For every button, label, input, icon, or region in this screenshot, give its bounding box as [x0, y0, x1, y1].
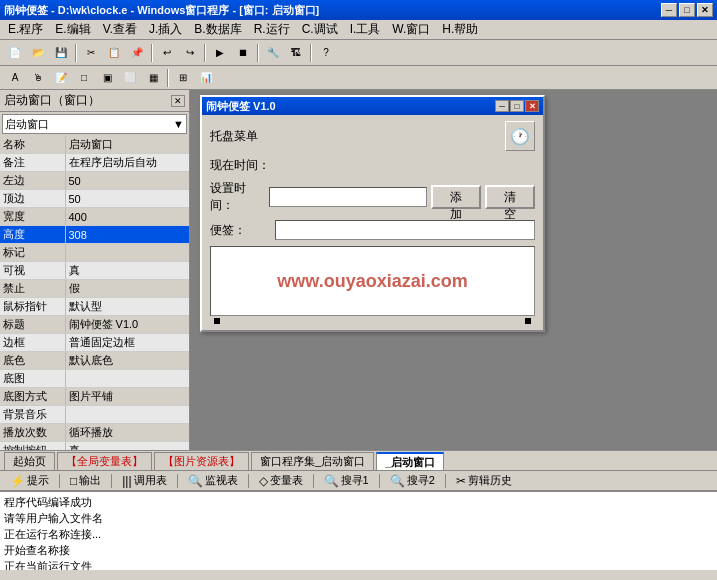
status-btn-搜寻1[interactable]: 🔍搜寻1	[318, 472, 375, 489]
table-row[interactable]: 底色默认底色	[0, 352, 189, 370]
debug-btn[interactable]: 🔧	[262, 42, 284, 64]
prop-value-13[interactable]	[65, 370, 189, 388]
clock-icon[interactable]: 🕐	[505, 121, 535, 151]
menu-item-C.调试[interactable]: C.调试	[296, 19, 344, 40]
tool2-btn2[interactable]: 🖱	[27, 67, 49, 89]
note-input[interactable]	[275, 220, 535, 240]
tab-1[interactable]: 【全局变量表】	[57, 452, 152, 470]
left-panel-dropdown[interactable]: 启动窗口 ▼	[2, 114, 187, 134]
prop-value-2[interactable]: 50	[65, 172, 189, 190]
save-btn[interactable]: 💾	[50, 42, 72, 64]
table-row[interactable]: 标记	[0, 244, 189, 262]
prop-value-6[interactable]	[65, 244, 189, 262]
status-btn-监视表[interactable]: 🔍监视表	[182, 472, 244, 489]
set-time-input[interactable]	[269, 187, 427, 207]
menu-item-W.窗口[interactable]: W.窗口	[386, 19, 436, 40]
new-btn[interactable]: 📄	[4, 42, 26, 64]
cut-btn[interactable]: ✂	[80, 42, 102, 64]
table-row[interactable]: 背景音乐	[0, 406, 189, 424]
table-row[interactable]: 左边50	[0, 172, 189, 190]
table-row[interactable]: 名称启动窗口	[0, 136, 189, 154]
menu-item-I.工具[interactable]: I.工具	[344, 19, 387, 40]
prop-value-1[interactable]: 在程序启动后自动	[65, 154, 189, 172]
prop-value-7[interactable]: 真	[65, 262, 189, 280]
tool2-btn3[interactable]: 📝	[50, 67, 72, 89]
menu-item-R.运行[interactable]: R.运行	[248, 19, 296, 40]
prop-value-11[interactable]: 普通固定边框	[65, 334, 189, 352]
prop-value-0[interactable]: 启动窗口	[65, 136, 189, 154]
prop-value-14[interactable]: 图片平铺	[65, 388, 189, 406]
table-row[interactable]: 禁止假	[0, 280, 189, 298]
prop-name-9: 鼠标指针	[0, 298, 65, 316]
menu-item-E.编辑[interactable]: E.编辑	[49, 19, 96, 40]
table-row[interactable]: 底图方式图片平铺	[0, 388, 189, 406]
build-btn[interactable]: 🏗	[285, 42, 307, 64]
table-row[interactable]: 宽度400	[0, 208, 189, 226]
open-btn[interactable]: 📂	[27, 42, 49, 64]
table-row[interactable]: 可视真	[0, 262, 189, 280]
table-row[interactable]: 标题闹钟便签 V1.0	[0, 316, 189, 334]
status-btn-输出[interactable]: □输出	[64, 472, 107, 489]
undo-btn[interactable]: ↩	[156, 42, 178, 64]
stop-btn[interactable]: ⏹	[232, 42, 254, 64]
prop-value-16[interactable]: 循环播放	[65, 424, 189, 442]
prop-value-12[interactable]: 默认底色	[65, 352, 189, 370]
prop-value-15[interactable]	[65, 406, 189, 424]
prop-value-9[interactable]: 默认型	[65, 298, 189, 316]
copy-btn[interactable]: 📋	[103, 42, 125, 64]
tab-4[interactable]: _启动窗口	[376, 452, 444, 470]
status-btn-搜寻2[interactable]: 🔍搜寻2	[384, 472, 441, 489]
table-row[interactable]: 鼠标指针默认型	[0, 298, 189, 316]
tool2-btn5[interactable]: ▣	[96, 67, 118, 89]
clear-button[interactable]: 清空	[485, 185, 535, 209]
prop-value-17[interactable]: 真	[65, 442, 189, 451]
float-text-area[interactable]: www.ouyaoxiazai.com	[210, 246, 535, 316]
prop-value-8[interactable]: 假	[65, 280, 189, 298]
prop-value-10[interactable]: 闹钟便签 V1.0	[65, 316, 189, 334]
status-btn-剪辑历史[interactable]: ✂剪辑历史	[450, 472, 518, 489]
prop-name-4: 宽度	[0, 208, 65, 226]
minimize-button[interactable]: ─	[661, 3, 677, 17]
add-button[interactable]: 添加	[431, 185, 481, 209]
table-row[interactable]: 边框普通固定边框	[0, 334, 189, 352]
tool2-btn6[interactable]: ⬜	[119, 67, 141, 89]
tool2-btn8[interactable]: ⊞	[172, 67, 194, 89]
resize-handle-left[interactable]	[214, 318, 220, 324]
status-btn-提示[interactable]: ⚡提示	[4, 472, 55, 489]
table-row[interactable]: 控制按钮真	[0, 442, 189, 451]
tool2-btn7[interactable]: ▦	[142, 67, 164, 89]
tab-3[interactable]: 窗口程序集_启动窗口	[251, 452, 374, 470]
status-btn-调用表[interactable]: |||调用表	[116, 472, 172, 489]
help-btn[interactable]: ?	[315, 42, 337, 64]
tool2-btn9[interactable]: 📊	[195, 67, 217, 89]
menu-item-V.查看[interactable]: V.查看	[97, 19, 143, 40]
menu-item-H.帮助[interactable]: H.帮助	[436, 19, 484, 40]
menu-item-J.插入[interactable]: J.插入	[143, 19, 188, 40]
maximize-button[interactable]: □	[679, 3, 695, 17]
redo-btn[interactable]: ↪	[179, 42, 201, 64]
float-maximize-btn[interactable]: □	[510, 100, 524, 112]
table-row[interactable]: 底图	[0, 370, 189, 388]
paste-btn[interactable]: 📌	[126, 42, 148, 64]
run-btn[interactable]: ▶	[209, 42, 231, 64]
table-row[interactable]: 高度308	[0, 226, 189, 244]
prop-value-5[interactable]: 308	[65, 226, 189, 244]
close-button[interactable]: ✕	[697, 3, 713, 17]
float-minimize-btn[interactable]: ─	[495, 100, 509, 112]
tab-0[interactable]: 起始页	[4, 452, 55, 470]
menu-item-B.数据库[interactable]: B.数据库	[188, 19, 247, 40]
table-row[interactable]: 顶边50	[0, 190, 189, 208]
table-row[interactable]: 备注在程序启动后自动	[0, 154, 189, 172]
prop-value-3[interactable]: 50	[65, 190, 189, 208]
tool2-btn1[interactable]: A	[4, 67, 26, 89]
menu-item-E.程序[interactable]: E.程序	[2, 19, 49, 40]
prop-value-4[interactable]: 400	[65, 208, 189, 226]
tool2-btn4[interactable]: □	[73, 67, 95, 89]
tab-2[interactable]: 【图片资源表】	[154, 452, 249, 470]
resize-handle-right[interactable]	[525, 318, 531, 324]
status-icon-4: ◇	[259, 474, 268, 488]
status-btn-变量表[interactable]: ◇变量表	[253, 472, 309, 489]
left-panel-close-btn[interactable]: ✕	[171, 95, 185, 107]
float-close-btn[interactable]: ✕	[525, 100, 539, 112]
table-row[interactable]: 播放次数循环播放	[0, 424, 189, 442]
